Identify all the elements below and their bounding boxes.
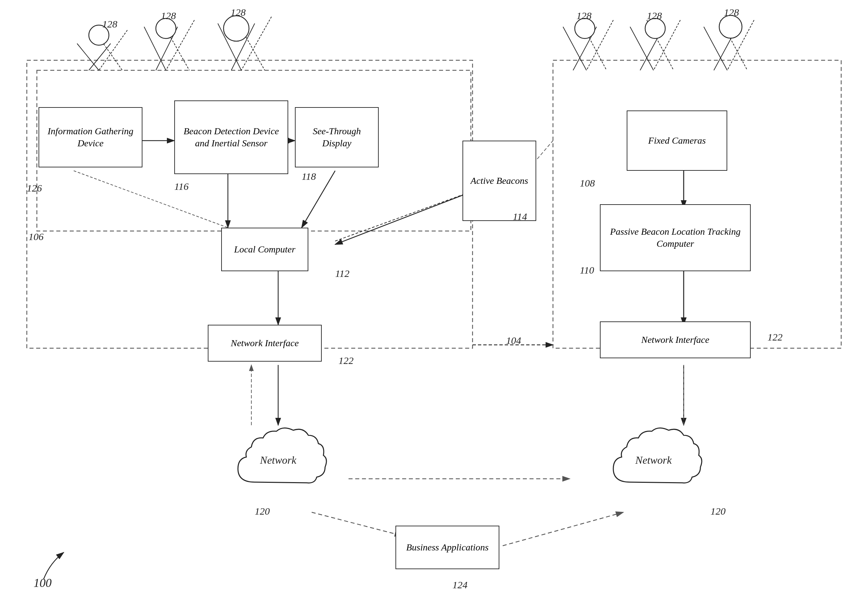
network-right-label: Network <box>635 454 672 466</box>
active-beacons-box: Active Beacons <box>462 141 536 221</box>
svg-point-55 <box>575 19 595 39</box>
ref-122a: 122 <box>338 355 353 366</box>
ref-110: 110 <box>580 264 594 276</box>
network-cloud-right: Network <box>603 422 704 499</box>
ref-116: 116 <box>174 181 189 192</box>
ref-108: 108 <box>580 178 595 189</box>
ref-128c: 128 <box>231 7 246 18</box>
svg-point-53 <box>156 19 176 39</box>
beacon-detection-box: Beacon Detection Device and Inertial Sen… <box>174 100 288 174</box>
business-apps-label: Business Applications <box>406 541 488 553</box>
ref-106: 106 <box>28 231 43 243</box>
local-computer-label: Local Computer <box>234 243 296 255</box>
svg-point-56 <box>645 19 665 39</box>
ref-128f: 128 <box>724 7 739 18</box>
svg-line-46 <box>503 512 623 546</box>
network-cloud-left: Network <box>228 422 329 499</box>
ref-124: 124 <box>453 579 468 591</box>
info-gathering-label: Information Gathering Device <box>43 125 138 150</box>
ref-122b: 122 <box>767 332 783 343</box>
network-interface-left-box: Network Interface <box>208 325 322 361</box>
see-through-label: See-Through Display <box>299 125 375 150</box>
beacon-detection-label: Beacon Detection Device and Inertial Sen… <box>178 125 284 150</box>
ref-114: 114 <box>513 211 527 222</box>
ref-120a: 120 <box>255 505 270 517</box>
ref-128d: 128 <box>577 10 592 22</box>
fixed-cameras-box: Fixed Cameras <box>627 110 727 171</box>
local-computer-box: Local Computer <box>221 228 308 271</box>
see-through-box: See-Through Display <box>295 107 379 167</box>
svg-line-49 <box>335 187 483 241</box>
ref-104: 104 <box>506 335 521 346</box>
business-apps-box: Business Applications <box>395 526 499 569</box>
network-left-label: Network <box>260 454 297 466</box>
svg-point-54 <box>223 16 249 41</box>
ref-120b: 120 <box>710 505 725 517</box>
info-gathering-box: Information Gathering Device <box>39 107 143 167</box>
svg-line-33 <box>335 187 483 244</box>
network-interface-right-box: Network Interface <box>600 321 751 358</box>
fixed-cameras-label: Fixed Cameras <box>648 134 706 147</box>
passive-beacon-label: Passive Beacon Location Tracking Compute… <box>604 226 747 250</box>
ref-128a: 128 <box>102 19 117 30</box>
network-interface-left-label: Network Interface <box>231 337 299 349</box>
ref-126: 126 <box>27 182 42 194</box>
active-beacons-label: Active Beacons <box>471 175 528 187</box>
ref-128b: 128 <box>161 10 176 22</box>
passive-beacon-box: Passive Beacon Location Tracking Compute… <box>600 204 751 271</box>
ref-128e: 128 <box>647 10 662 22</box>
svg-line-45 <box>312 512 402 536</box>
network-interface-right-label: Network Interface <box>642 334 710 346</box>
svg-point-57 <box>719 15 742 38</box>
svg-line-8 <box>89 43 111 70</box>
ref-112: 112 <box>335 268 350 279</box>
svg-line-7 <box>77 43 99 70</box>
svg-line-50 <box>74 171 228 228</box>
ref-118: 118 <box>302 171 316 182</box>
